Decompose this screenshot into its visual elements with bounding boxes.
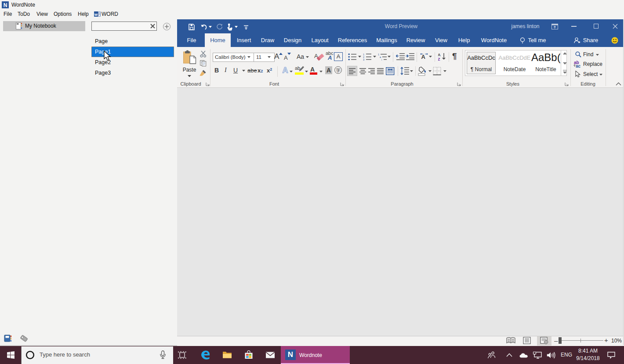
svg-text:Z: Z xyxy=(438,57,440,61)
svg-text:A: A xyxy=(438,53,441,57)
svg-text:A: A xyxy=(421,54,426,60)
svg-text:i: i xyxy=(381,58,382,61)
svg-text:A: A xyxy=(283,66,288,75)
svg-text:W: W xyxy=(94,13,98,17)
svg-text:1: 1 xyxy=(378,53,379,56)
svg-text:3: 3 xyxy=(363,58,364,61)
svg-text:N: N xyxy=(4,2,7,8)
